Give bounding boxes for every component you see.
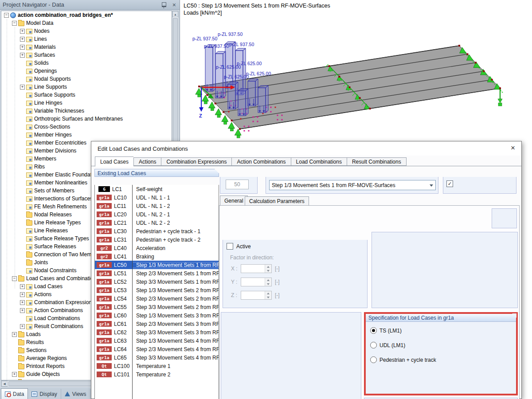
expand-icon[interactable]: + [12, 372, 17, 377]
load-case-row-lc53[interactable]: gr1aLC53Step 1/3 Movement Sets 2 from RF… [95, 286, 219, 294]
pin-icon[interactable] [162, 2, 166, 7]
tree-item-solids[interactable]: Solids [1, 59, 172, 67]
expand-icon[interactable]: + [20, 45, 25, 50]
tree-item-materials[interactable]: +Materials [1, 43, 172, 51]
option-ts-lm1[interactable]: TS (LM1) [370, 327, 402, 334]
tree-item-member-hinges[interactable]: Member Hinges [1, 131, 172, 139]
tree-item-action-combination-road-bridges-en[interactable]: −action combination_road bridges_en* [1, 11, 172, 19]
tree-item-line-hinges[interactable]: Line Hinges [1, 99, 172, 107]
tree-item-openings[interactable]: Openings [1, 67, 172, 75]
dialog-tab-label: Actions [139, 159, 156, 165]
average-regions-icon [18, 356, 24, 361]
nav-tab-display[interactable]: Display [28, 389, 61, 399]
load-case-row-lc61[interactable]: gr1aLC61Step 2/3 Movement Sets 3 from RF… [95, 320, 219, 328]
tree-item-line-supports[interactable]: +Line Supports [1, 83, 172, 91]
dialog-tab-load-cases[interactable]: Load Cases [95, 156, 133, 167]
description-dropdown[interactable]: Step 1/3 Movement Sets 1 from RF-MOVE-Su… [269, 180, 436, 190]
node-dot [339, 76, 340, 78]
tree-item-nodal-supports[interactable]: Nodal Supports [1, 75, 172, 83]
tree-item-label: Openings [34, 68, 57, 74]
dialog-tab-actions[interactable]: Actions [133, 157, 161, 166]
dialog-tab-label: Combination Expressions [166, 159, 227, 165]
collapse-icon[interactable]: − [12, 276, 17, 281]
scroll-left-icon[interactable]: ◀ [1, 381, 8, 387]
load-case-row-lc10[interactable]: gr1aLC10UDL - NL 1 - 1 [95, 193, 219, 202]
navigator-close-icon[interactable]: × [172, 2, 176, 8]
dialog-tab-load-combinations[interactable]: Load Combinations [291, 157, 347, 166]
load-case-description: Step 1/3 Movement Sets 2 from RF-MOVE-Su… [132, 287, 219, 293]
load-case-row-lc40[interactable]: gr2LC40Acceleration [95, 244, 219, 252]
tree-item-label: Surface Release Types [34, 235, 89, 242]
tree-item-model-data[interactable]: −Model Data [1, 19, 172, 27]
load-case-row-lc51[interactable]: gr1aLC51Step 2/3 Movement Sets 1 from RF… [95, 269, 219, 278]
dialog-close-icon[interactable]: × [511, 144, 515, 152]
load-case-row-lc52[interactable]: gr1aLC52Step 3/3 Movement Sets 1 from RF… [95, 278, 219, 286]
load-case-row-lc41[interactable]: gr2LC41Braking [95, 252, 219, 261]
load-case-row-lc11[interactable]: gr1aLC11UDL - NL 1 - 2 [95, 202, 219, 210]
load-cases-icon [26, 284, 32, 289]
load-case-list[interactable]: GLC1Self-weightgr1aLC10UDL - NL 1 - 1gr1… [94, 185, 219, 399]
collapse-icon[interactable]: − [4, 13, 9, 18]
load-case-row-lc65[interactable]: gr1aLC65Step 3/3 Movement Sets 4 from RF… [95, 353, 219, 362]
load-case-row-lc62[interactable]: gr1aLC62Step 3/3 Movement Sets 3 from RF… [95, 328, 219, 336]
load-case-row-lc20[interactable]: gr1aLC20UDL - NL 2 - 1 [95, 210, 219, 219]
load-case-row-lc21[interactable]: gr1aLC21UDL - NL 2 - 2 [95, 219, 219, 227]
expand-icon[interactable]: + [20, 292, 25, 297]
load-case-row-lc101[interactable]: QtLC101Temperature 2 [95, 370, 219, 379]
nav-tab-data[interactable]: Data [1, 388, 28, 399]
expand-icon[interactable]: + [20, 324, 25, 329]
tree-item-nodes[interactable]: +Nodes [1, 27, 172, 35]
tab-general[interactable]: General [220, 196, 248, 206]
collapse-icon[interactable]: − [12, 21, 17, 26]
tree-item-variable-thicknesses[interactable]: Variable Thicknesses [1, 107, 172, 115]
tree-item-label: Printout Reports [26, 363, 65, 369]
option-pedestrian-cycle-track[interactable]: Pedestrian + cycle track [370, 356, 436, 363]
option-udl-lm1[interactable]: UDL (LM1) [370, 342, 405, 348]
dialog-tab-result-combinations[interactable]: Result Combinations [347, 157, 407, 166]
load-case-row-lc1[interactable]: GLC1Self-weight [95, 185, 219, 193]
lc-number-field[interactable]: 50 [226, 180, 249, 189]
load-case-id: LC55 [114, 304, 127, 310]
load-case-row-lc54[interactable]: gr1aLC54Step 2/3 Movement Sets 2 from RF… [95, 294, 219, 303]
load-case-row-lc50[interactable]: gr1aLC50Step 1/3 Movement Sets 1 from RF… [95, 261, 219, 269]
scroll-up-icon[interactable]: ▲ [172, 11, 178, 17]
load-case-row-lc63[interactable]: gr1aLC63Step 1/3 Movement Sets 4 from RF… [95, 336, 219, 345]
expand-icon[interactable]: + [20, 53, 25, 58]
tree-item-lines[interactable]: +Lines [1, 35, 172, 43]
to-solve-checkbox[interactable]: ✓ [446, 180, 453, 187]
factor-y-stepper[interactable] [241, 278, 272, 286]
tree-item-cross-sections[interactable]: Cross-Sections [1, 123, 172, 131]
load-case-row-lc64[interactable]: gr1aLC64Step 2/3 Movement Sets 4 from RF… [95, 345, 219, 353]
load-case-row-lc30[interactable]: gr1aLC30Pedestrian + cycle track - 1 [95, 227, 219, 235]
expand-icon[interactable]: + [20, 308, 25, 313]
nav-tab-views[interactable]: Views [61, 389, 90, 399]
expand-icon[interactable]: + [20, 85, 25, 90]
tree-item-surface-supports[interactable]: Surface Supports [1, 91, 172, 99]
tree-item-orthotropic-surfaces-and-membranes[interactable]: Orthotropic Surfaces and Membranes [1, 115, 172, 123]
load-case-row-lc31[interactable]: gr1aLC31Pedestrian + cycle track - 2 [95, 235, 219, 244]
nav-tab-label: Data [13, 391, 24, 397]
node-dot [329, 65, 330, 67]
tree-item-label: Results [26, 339, 44, 345]
expand-icon[interactable]: + [20, 29, 25, 34]
radio-icon[interactable] [370, 356, 377, 363]
load-case-row-lc100[interactable]: QtLC100Temperature 1 [95, 362, 219, 370]
tree-item-surfaces[interactable]: +Surfaces [1, 51, 172, 59]
factor-x-stepper[interactable] [241, 264, 272, 273]
tab-calculation-parameters[interactable]: Calculation Parameters [245, 196, 309, 206]
self-weight-active-checkbox[interactable] [227, 243, 233, 250]
expand-icon[interactable]: + [20, 37, 25, 42]
node-dot [499, 87, 501, 89]
load-case-description: Step 3/3 Movement Sets 3 from RF-MOVE-Su… [132, 329, 219, 336]
dialog-tab-action-combinations[interactable]: Action Combinations [231, 157, 290, 166]
factor-z-stepper[interactable] [241, 291, 272, 300]
expand-icon[interactable]: + [12, 332, 17, 337]
support-icon [222, 115, 228, 121]
expand-icon[interactable]: + [20, 284, 25, 289]
radio-selected-icon[interactable] [370, 327, 377, 334]
dialog-tab-combination-expressions[interactable]: Combination Expressions [161, 157, 231, 166]
load-case-row-lc60[interactable]: gr1aLC60Step 1/3 Movement Sets 3 from RF… [95, 311, 219, 320]
radio-icon[interactable] [370, 342, 377, 348]
load-case-row-lc55[interactable]: gr1aLC55Step 3/3 Movement Sets 2 from RF… [95, 303, 219, 311]
expand-icon[interactable]: + [20, 300, 25, 305]
